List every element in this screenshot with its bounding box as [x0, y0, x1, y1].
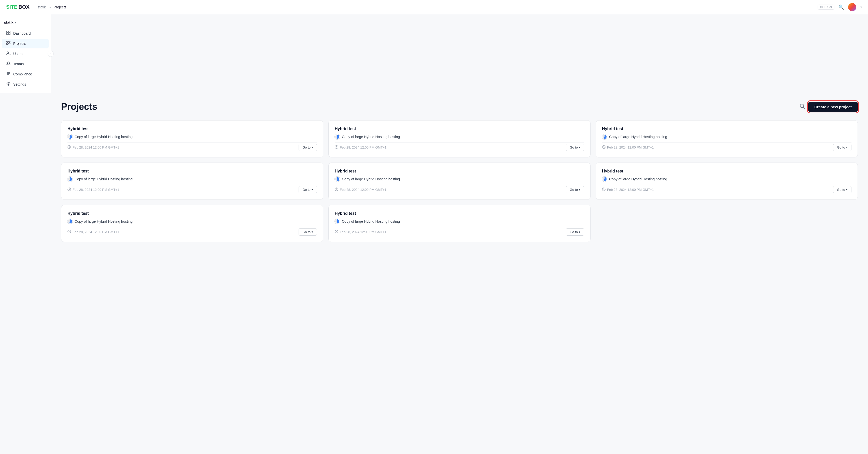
goto-button[interactable]: Go to ▾ [299, 228, 317, 236]
project-name: Hybrid test [67, 169, 317, 173]
project-hosting: Copy of large Hybrid Hosting hosting [335, 134, 584, 139]
project-date: Feb 28, 2024 12:00 PM GMT+1 [67, 188, 119, 192]
sidebar-collapse-button[interactable]: ‹ [48, 51, 54, 57]
goto-chevron-icon: ▾ [846, 188, 848, 191]
hosting-icon [67, 176, 72, 182]
workspace-label: statik [4, 20, 13, 25]
hosting-label: Copy of large Hybrid Hosting hosting [342, 177, 400, 181]
sidebar-item-settings[interactable]: Settings [2, 80, 49, 89]
svg-point-10 [9, 52, 10, 53]
teams-icon [6, 61, 11, 66]
project-card[interactable]: Hybrid test Copy of large Hybrid Hosting… [328, 163, 591, 200]
hosting-icon [335, 219, 340, 224]
project-name: Hybrid test [67, 211, 317, 216]
goto-chevron-icon: ▾ [579, 188, 580, 191]
svg-rect-2 [7, 33, 8, 35]
project-card[interactable]: Hybrid test Copy of large Hybrid Hosting… [61, 163, 323, 200]
logo[interactable]: SITEBOX [6, 4, 30, 10]
project-footer: Feb 28, 2024 12:00 PM GMT+1 Go to ▾ [335, 185, 584, 193]
settings-label: Settings [13, 82, 26, 86]
goto-chevron-icon: ▾ [579, 230, 580, 234]
project-card[interactable]: Hybrid test Copy of large Hybrid Hosting… [328, 205, 591, 242]
hosting-label: Copy of large Hybrid Hosting hosting [342, 135, 400, 139]
teams-label: Teams [13, 62, 24, 66]
workspace-selector[interactable]: statik ▾ [0, 18, 51, 29]
goto-label: Go to [302, 145, 311, 149]
svg-rect-1 [9, 31, 10, 33]
goto-chevron-icon: ▾ [846, 146, 848, 149]
sidebar-item-users[interactable]: Users [2, 49, 49, 59]
date-text: Feb 28, 2024 12:00 PM GMT+1 [72, 188, 119, 192]
goto-button[interactable]: Go to ▾ [566, 186, 584, 193]
date-text: Feb 28, 2024 12:00 PM GMT+1 [72, 230, 119, 234]
project-card[interactable]: Hybrid test Copy of large Hybrid Hosting… [596, 120, 858, 158]
projects-label: Projects [13, 41, 26, 46]
date-text: Feb 28, 2024 12:00 PM GMT+1 [607, 145, 654, 149]
hosting-label: Copy of large Hybrid Hosting hosting [74, 219, 133, 223]
sidebar-item-dashboard[interactable]: Dashboard [2, 29, 49, 38]
project-footer: Feb 28, 2024 12:00 PM GMT+1 Go to ▾ [602, 142, 851, 151]
clock-icon [335, 145, 338, 149]
sidebar-item-teams[interactable]: Teams [2, 59, 49, 69]
goto-button[interactable]: Go to ▾ [833, 186, 851, 193]
search-projects-button[interactable] [800, 104, 805, 110]
topnav-left: SITEBOX statik → Projects [6, 4, 66, 10]
kbd-text: ⌘ + K or [820, 5, 832, 9]
project-date: Feb 28, 2024 12:00 PM GMT+1 [602, 145, 654, 149]
svg-rect-5 [9, 41, 10, 42]
main-content: Projects Create a new project Hybrid tes… [51, 93, 868, 454]
projects-icon [6, 41, 11, 46]
sidebar: statik ▾ Dashboard Projects Users Teams [0, 14, 51, 93]
user-menu-chevron[interactable]: ▾ [860, 5, 862, 9]
project-card[interactable]: Hybrid test Copy of large Hybrid Hosting… [328, 120, 591, 158]
compliance-label: Compliance [13, 72, 32, 76]
project-name: Hybrid test [602, 169, 851, 173]
project-card[interactable]: Hybrid test Copy of large Hybrid Hosting… [596, 163, 858, 200]
breadcrumb-workspace[interactable]: statik [38, 5, 46, 9]
project-footer: Feb 28, 2024 12:00 PM GMT+1 Go to ▾ [67, 185, 317, 193]
date-text: Feb 28, 2024 12:00 PM GMT+1 [340, 188, 386, 192]
goto-label: Go to [302, 188, 311, 192]
project-name: Hybrid test [335, 126, 584, 131]
date-text: Feb 28, 2024 12:00 PM GMT+1 [340, 145, 386, 149]
project-date: Feb 28, 2024 12:00 PM GMT+1 [602, 188, 654, 192]
workspace-chevron-icon: ▾ [15, 21, 17, 24]
hosting-icon [335, 176, 340, 182]
goto-button[interactable]: Go to ▾ [566, 228, 584, 236]
dashboard-label: Dashboard [13, 31, 31, 35]
project-hosting: Copy of large Hybrid Hosting hosting [602, 134, 851, 139]
date-text: Feb 28, 2024 12:00 PM GMT+1 [72, 145, 119, 149]
sidebar-item-compliance[interactable]: Compliance [2, 69, 49, 79]
goto-button[interactable]: Go to ▾ [299, 186, 317, 193]
hosting-label: Copy of large Hybrid Hosting hosting [609, 177, 667, 181]
project-date: Feb 28, 2024 12:00 PM GMT+1 [335, 230, 386, 234]
breadcrumb: statik → Projects [38, 5, 66, 9]
goto-label: Go to [837, 145, 845, 149]
goto-label: Go to [570, 145, 578, 149]
create-new-project-button[interactable]: Create a new project [808, 102, 858, 112]
hosting-icon [67, 134, 72, 139]
goto-button[interactable]: Go to ▾ [833, 144, 851, 151]
sidebar-item-projects[interactable]: Projects [2, 39, 49, 49]
top-navigation: SITEBOX statik → Projects ⌘ + K or 🔍 ▾ [0, 0, 868, 14]
hosting-label: Copy of large Hybrid Hosting hosting [74, 135, 133, 139]
project-card[interactable]: Hybrid test Copy of large Hybrid Hosting… [61, 205, 323, 242]
svg-rect-0 [7, 31, 8, 33]
settings-icon [6, 82, 11, 87]
hosting-icon [67, 219, 72, 224]
projects-grid: Hybrid test Copy of large Hybrid Hosting… [61, 120, 858, 242]
goto-button[interactable]: Go to ▾ [299, 144, 317, 151]
hosting-icon [335, 134, 340, 139]
project-hosting: Copy of large Hybrid Hosting hosting [335, 219, 584, 224]
project-hosting: Copy of large Hybrid Hosting hosting [67, 134, 317, 139]
project-footer: Feb 28, 2024 12:00 PM GMT+1 Go to ▾ [602, 185, 851, 193]
project-hosting: Copy of large Hybrid Hosting hosting [602, 176, 851, 182]
hosting-icon [602, 176, 607, 182]
project-footer: Feb 28, 2024 12:00 PM GMT+1 Go to ▾ [335, 142, 584, 151]
goto-button[interactable]: Go to ▾ [566, 144, 584, 151]
project-hosting: Copy of large Hybrid Hosting hosting [67, 219, 317, 224]
project-card[interactable]: Hybrid test Copy of large Hybrid Hosting… [61, 120, 323, 158]
hosting-label: Copy of large Hybrid Hosting hosting [342, 219, 400, 223]
global-search-button[interactable]: 🔍 [838, 4, 844, 10]
user-avatar[interactable] [848, 3, 856, 11]
